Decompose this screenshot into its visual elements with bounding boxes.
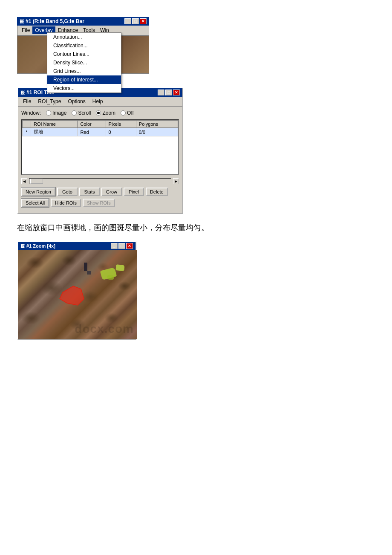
- horizontal-scrollbar-area: ◀ ▶: [21, 178, 179, 184]
- roi-table-header: ROI Name Color Pixels Polygons: [23, 121, 178, 128]
- radio-image-circle[interactable]: [46, 110, 51, 116]
- roi-polygon: [60, 286, 84, 305]
- radio-scroll-circle[interactable]: [72, 110, 77, 116]
- menu-file[interactable]: File: [19, 26, 32, 34]
- roi-menu-bar: File ROI_Type Options Help: [18, 97, 182, 107]
- scroll-left-arrow[interactable]: ◀: [21, 178, 27, 184]
- row-roi-name: 裸地: [31, 128, 78, 136]
- roi-tool-window: 🖼 #1 ROI Tool _ □ ✕ File ROI_Type Option…: [17, 87, 183, 214]
- new-region-button[interactable]: New Region: [21, 188, 55, 196]
- roi-title-controls: _ □ ✕: [158, 90, 180, 95]
- scroll-right-arrow[interactable]: ▶: [173, 178, 179, 184]
- roi-window-icon: 🖼: [20, 90, 25, 95]
- minimize-button[interactable]: _: [124, 18, 131, 24]
- roi-close-button[interactable]: ✕: [173, 90, 180, 95]
- pixel-button[interactable]: Pixel: [124, 188, 144, 196]
- menu-vectors[interactable]: Vectors...: [47, 84, 121, 92]
- window-label: Window:: [21, 110, 41, 116]
- row-color: Red: [78, 128, 106, 136]
- horizontal-scrollbar[interactable]: [29, 178, 171, 184]
- col-pixels: Pixels: [106, 121, 136, 128]
- main-title-bar: 🖼 #1 (R:I■ Band 5,G:I■ Bar _ □ ✕: [17, 17, 149, 26]
- menu-grid-lines[interactable]: Grid Lines...: [47, 67, 121, 75]
- roi-maximize-button[interactable]: □: [165, 90, 172, 95]
- radio-off-circle[interactable]: [121, 110, 126, 116]
- roi-menu-file[interactable]: File: [20, 98, 35, 105]
- radio-off[interactable]: Off: [121, 110, 134, 116]
- roi-buttons-row1: New Region Goto Stats Grow Pixel Delete: [21, 188, 179, 196]
- grow-button[interactable]: Grow: [101, 188, 122, 196]
- row-pixels: 0: [106, 128, 136, 136]
- zoom-maximize-button[interactable]: □: [118, 243, 125, 249]
- radio-zoom[interactable]: Zoom: [96, 110, 115, 116]
- table-row[interactable]: * 裸地 Red 0 0/0: [23, 128, 178, 136]
- menu-annotation[interactable]: Annotation...: [47, 33, 121, 41]
- zoom-title-controls: _ □ ✕: [111, 243, 133, 249]
- radio-image[interactable]: Image: [46, 110, 66, 116]
- close-button[interactable]: ✕: [140, 18, 147, 24]
- zoom-window: 🖼 #1 Zoom [4x] _ □ ✕: [17, 241, 136, 340]
- goto-button[interactable]: Goto: [57, 188, 78, 196]
- select-all-button[interactable]: Select All: [21, 199, 49, 207]
- maximize-button[interactable]: □: [132, 18, 139, 24]
- menu-density-slice[interactable]: Density Slice...: [47, 58, 121, 67]
- zoom-close-button[interactable]: ✕: [126, 243, 133, 249]
- col-color: Color: [78, 121, 106, 128]
- col-polygons: Polygons: [136, 121, 178, 128]
- menu-classification[interactable]: Classification...: [47, 41, 121, 50]
- roi-table-container: ROI Name Color Pixels Polygons * 裸地 Red: [21, 119, 179, 175]
- radio-scroll[interactable]: Scroll: [72, 110, 91, 116]
- radio-off-label: Off: [127, 110, 134, 116]
- roi-table: ROI Name Color Pixels Polygons * 裸地 Red: [22, 120, 178, 136]
- roi-content-area: Window: Image Scroll Zoom: [18, 107, 182, 213]
- roi-menu-options[interactable]: Options: [64, 98, 89, 105]
- scroll-thumb[interactable]: [30, 179, 43, 184]
- main-title-controls: _ □ ✕: [124, 18, 147, 24]
- delete-button[interactable]: Delete: [146, 188, 168, 196]
- roi-polygon-overlay: [18, 250, 137, 339]
- window-mode-radio-group: Window: Image Scroll Zoom: [21, 110, 179, 116]
- zoom-window-title: #1 Zoom [4x]: [26, 243, 55, 249]
- col-roi-name: ROI Name: [31, 121, 78, 128]
- description-text: 在缩放窗口中画裸地，画的图斑尽量小，分布尽量均匀。: [17, 223, 375, 233]
- hide-rois-button[interactable]: Hide ROIs: [51, 199, 81, 207]
- zoom-minimize-button[interactable]: _: [111, 243, 118, 249]
- roi-menu-help[interactable]: Help: [89, 98, 107, 105]
- radio-scroll-label: Scroll: [78, 110, 91, 116]
- roi-minimize-button[interactable]: _: [158, 90, 164, 95]
- main-window-icon: 🖼: [20, 19, 24, 24]
- roi-menu-roi-type[interactable]: ROI_Type: [35, 98, 64, 105]
- roi-buttons-row2: Select All Hide ROIs Show ROIs: [21, 199, 179, 207]
- show-rois-button[interactable]: Show ROIs: [83, 199, 115, 207]
- col-star: [23, 121, 31, 128]
- row-polygons: 0/0: [136, 128, 178, 136]
- zoom-title-bar: 🖼 #1 Zoom [4x] _ □ ✕: [18, 242, 135, 250]
- radio-zoom-label: Zoom: [102, 110, 115, 116]
- main-window-title: #1 (R:I■ Band 5,G:I■ Bar: [26, 18, 124, 24]
- menu-region-of-interest[interactable]: Region of Interest...: [47, 75, 121, 84]
- radio-image-label: Image: [52, 110, 66, 116]
- menu-contour-lines[interactable]: Contour Lines...: [47, 50, 121, 58]
- zoom-window-icon: 🖼: [20, 244, 25, 249]
- stats-button[interactable]: Stats: [79, 188, 100, 196]
- overlay-dropdown-menu: Annotation... Classification... Contour …: [47, 32, 121, 93]
- zoom-image-area: docx.com: [18, 250, 137, 339]
- row-star: *: [23, 128, 31, 136]
- radio-zoom-circle[interactable]: [96, 110, 101, 116]
